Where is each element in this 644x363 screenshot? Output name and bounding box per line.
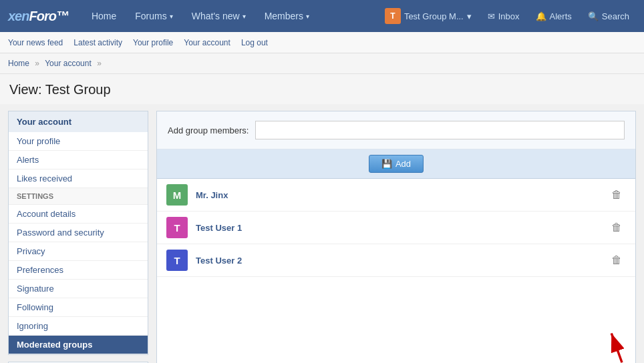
subnav-your-profile[interactable]: Your profile: [133, 38, 173, 47]
delete-button[interactable]: 🗑: [607, 253, 626, 268]
breadcrumb-separator: »: [35, 59, 39, 68]
sidebar-section-title: Your account: [8, 111, 148, 132]
nav-whats-new[interactable]: What's new ▾: [182, 0, 255, 32]
top-nav: xenForo™ Home Forums ▾ What's new ▾ Memb…: [0, 0, 644, 32]
nav-members[interactable]: Members ▾: [255, 0, 319, 32]
save-icon: 💾: [381, 159, 392, 169]
sub-nav: Your news feed Latest activity Your prof…: [0, 32, 644, 53]
content-area: Add group members: 💾 Add M Mr. Jinx 🗑 T …: [156, 111, 636, 363]
user-menu[interactable]: T Test Group M... ▾: [378, 0, 478, 32]
chevron-down-icon: ▾: [467, 11, 472, 21]
bell-icon: 🔔: [536, 11, 546, 21]
main-nav: Home Forums ▾ What's new ▾ Members ▾: [82, 0, 378, 32]
add-members-form: Add group members:: [157, 111, 635, 149]
subnav-your-account[interactable]: Your account: [184, 38, 230, 47]
add-members-label: Add group members:: [168, 125, 249, 135]
sidebar-item-signature[interactable]: Signature: [9, 280, 148, 298]
member-name: Mr. Jinx: [196, 190, 607, 200]
sidebar-items: Your profile Alerts Likes received Setti…: [8, 132, 148, 355]
nav-forums[interactable]: Forums ▾: [126, 0, 182, 32]
avatar: T: [166, 217, 188, 238]
sidebar: Your account Your profile Alerts Likes r…: [8, 111, 148, 363]
add-button-row: 💾 Add: [157, 149, 635, 179]
sidebar-item-ignoring[interactable]: Ignoring: [9, 317, 148, 336]
red-arrow-annotation: [569, 322, 629, 363]
sidebar-item-account-details[interactable]: Account details: [9, 205, 148, 224]
breadcrumb-home[interactable]: Home: [8, 59, 29, 68]
chevron-down-icon: ▾: [170, 13, 173, 20]
sidebar-item-preferences[interactable]: Preferences: [9, 261, 148, 280]
search-icon: 🔍: [588, 11, 599, 21]
add-button[interactable]: 💾 Add: [369, 155, 424, 173]
search-button[interactable]: 🔍 Search: [581, 0, 636, 32]
member-row: M Mr. Jinx 🗑: [157, 179, 635, 212]
page-title: View: Test Group: [0, 74, 644, 104]
inbox-button[interactable]: ✉ Inbox: [481, 0, 526, 32]
breadcrumb-separator: »: [97, 59, 102, 68]
sidebar-item-your-profile[interactable]: Your profile: [9, 132, 148, 151]
delete-button[interactable]: 🗑: [607, 220, 626, 235]
subnav-news-feed[interactable]: Your news feed: [8, 38, 63, 47]
sidebar-item-following[interactable]: Following: [9, 298, 148, 317]
sidebar-item-password-security[interactable]: Password and security: [9, 224, 148, 242]
sidebar-item-privacy[interactable]: Privacy: [9, 242, 148, 261]
sidebar-item-moderated-groups[interactable]: Moderated groups: [9, 336, 148, 354]
sidebar-item-likes-received[interactable]: Likes received: [9, 169, 148, 188]
sidebar-section-settings: Settings: [9, 188, 148, 205]
subnav-log-out[interactable]: Log out: [241, 38, 268, 47]
logo: xenForo™: [8, 9, 69, 24]
member-row: T Test User 1 🗑: [157, 212, 635, 244]
add-members-input[interactable]: [255, 121, 625, 139]
svg-line-1: [611, 334, 622, 363]
member-name: Test User 1: [196, 223, 607, 233]
avatar: T: [166, 250, 188, 271]
breadcrumb: Home » Your account »: [0, 53, 644, 74]
sidebar-item-alerts[interactable]: Alerts: [9, 151, 148, 169]
main-layout: Your account Your profile Alerts Likes r…: [0, 104, 644, 363]
nav-right: T Test Group M... ▾ ✉ Inbox 🔔 Alerts 🔍 S…: [378, 0, 636, 32]
delete-button[interactable]: 🗑: [607, 188, 626, 202]
avatar: T: [385, 8, 401, 24]
alerts-button[interactable]: 🔔 Alerts: [529, 0, 579, 32]
chevron-down-icon: ▾: [243, 13, 246, 20]
avatar: M: [166, 184, 188, 206]
member-row: T Test User 2 🗑: [157, 244, 635, 277]
subnav-latest-activity[interactable]: Latest activity: [73, 38, 122, 47]
chevron-down-icon: ▾: [306, 13, 309, 20]
member-name: Test User 2: [196, 256, 607, 266]
inbox-icon: ✉: [488, 11, 495, 21]
breadcrumb-your-account[interactable]: Your account: [45, 59, 92, 68]
nav-home[interactable]: Home: [82, 0, 126, 32]
